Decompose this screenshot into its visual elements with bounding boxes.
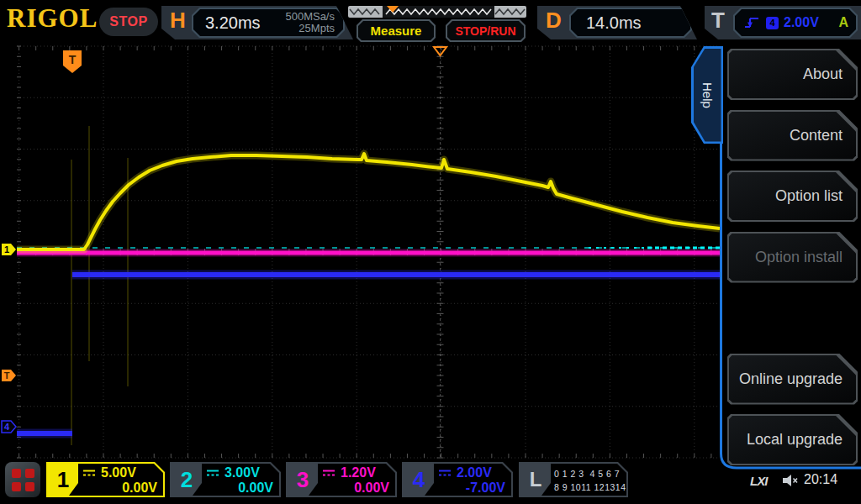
- oscilloscope-screen: RIGOL STOP H 3.20ms 500MSa/s 25Mpts Meas…: [0, 0, 861, 504]
- menu-item-label: Online upgrade: [729, 355, 856, 403]
- d-value-box[interactable]: 14.0ms: [569, 8, 692, 38]
- waveform-display[interactable]: 1T4T: [0, 44, 725, 460]
- logic-label: L: [520, 464, 551, 496]
- memory-depth: 25Mpts: [298, 22, 335, 34]
- channel-offset: 0.00V: [205, 480, 273, 496]
- trigger-mode: A: [838, 15, 848, 30]
- svg-text:T: T: [69, 53, 77, 66]
- t-label: T: [711, 8, 725, 34]
- channel-scale: 5.00V: [101, 465, 136, 480]
- channel-2-number: 2: [172, 464, 202, 496]
- menu-item-option-list[interactable]: Option list: [727, 171, 858, 222]
- delay-value: 14.0ms: [571, 13, 642, 33]
- menu-item-about[interactable]: About: [727, 49, 858, 100]
- channel-offset: -7.00V: [437, 480, 505, 496]
- ch1-trace: [17, 154, 720, 249]
- svg-text:T: T: [4, 370, 10, 381]
- dc-coupling-icon: [321, 469, 336, 477]
- dc-coupling-icon: [82, 469, 97, 477]
- clock: 20:14: [804, 472, 837, 487]
- channel-1-number: 1: [48, 464, 78, 496]
- menu-item-label: Content: [729, 112, 856, 160]
- menu-item-option-install[interactable]: Option install: [727, 232, 858, 283]
- svg-text:4: 4: [4, 422, 10, 432]
- menu-item-label: Option install: [729, 234, 856, 281]
- top-bar: RIGOL STOP H 3.20ms 500MSa/s 25Mpts Meas…: [0, 0, 861, 44]
- menu-item-content[interactable]: Content: [727, 110, 858, 161]
- menu-panel: AboutContentOption listOption installOnl…: [721, 46, 861, 469]
- menu-item-local-upgrade[interactable]: Local upgrade: [727, 414, 858, 465]
- channel-scale: 2.00V: [457, 465, 492, 480]
- speaker-muted-icon[interactable]: [782, 474, 799, 487]
- trigger-level-value: 2.00V: [784, 15, 819, 30]
- trigger-source-badge: 4: [766, 17, 779, 29]
- measure-button[interactable]: Measure: [357, 19, 436, 42]
- channel-scale: 3.00V: [224, 465, 260, 480]
- channel-2-box[interactable]: 23.00V0.00V: [170, 462, 281, 497]
- channel-4-number: 4: [404, 464, 434, 496]
- sample-rate: 500MSa/s: [285, 10, 335, 23]
- dc-coupling-icon: [437, 469, 452, 477]
- channel-4-box[interactable]: 42.00V-7.00V: [402, 462, 513, 497]
- horizontal-scale-panel[interactable]: H 3.20ms 500MSa/s 25Mpts: [161, 6, 353, 39]
- run-state-badge: STOP: [99, 8, 158, 36]
- grid-icon: [12, 469, 34, 491]
- lxi-indicator: LXI: [750, 474, 767, 488]
- timebase-value: 3.20ms: [193, 13, 261, 33]
- trigger-panel[interactable]: T 4 2.00V A: [705, 6, 861, 39]
- menu-item-online-upgrade[interactable]: Online upgrade: [727, 354, 858, 405]
- stop-run-button[interactable]: STOP/RUN: [446, 19, 526, 42]
- trigger-info-box[interactable]: 4 2.00V A: [733, 8, 858, 38]
- logic-channels-box[interactable]: L 0 1 2 3 4 5 6 78 9 1011 12131415: [519, 462, 628, 497]
- menu-item-label: Local upgrade: [729, 416, 856, 464]
- channel-offset: 0.00V: [321, 480, 389, 496]
- channel-3-box[interactable]: 31.20V0.00V: [286, 462, 397, 497]
- menu-item-label: About: [729, 50, 856, 98]
- delay-panel[interactable]: D 14.0ms: [537, 6, 697, 39]
- svg-text:1: 1: [4, 244, 9, 255]
- channel-offset: 0.00V: [82, 480, 157, 496]
- brand-logo: RIGOL: [7, 3, 98, 34]
- channel-scale: 1.20V: [341, 465, 376, 480]
- logic-channel-list: 0 1 2 3 4 5 6 78 9 1011 12131415: [554, 467, 623, 495]
- channel-3-number: 3: [288, 464, 318, 496]
- help-tab[interactable]: Help: [691, 46, 723, 144]
- menu-item-label: Option list: [729, 172, 856, 220]
- dc-coupling-icon: [205, 469, 220, 477]
- menu-grid-button[interactable]: [5, 462, 40, 497]
- acquisition-info: 500MSa/s 25Mpts: [285, 11, 343, 35]
- wave-overview-bar[interactable]: [348, 6, 526, 18]
- help-tab-label: Help: [700, 82, 715, 108]
- d-label: D: [546, 8, 562, 34]
- h-value-box[interactable]: 3.20ms 500MSa/s 25Mpts: [192, 8, 345, 38]
- falling-edge-icon: [742, 15, 761, 30]
- h-label: H: [170, 8, 186, 34]
- channel-1-box[interactable]: 15.00V0.00V: [46, 462, 165, 497]
